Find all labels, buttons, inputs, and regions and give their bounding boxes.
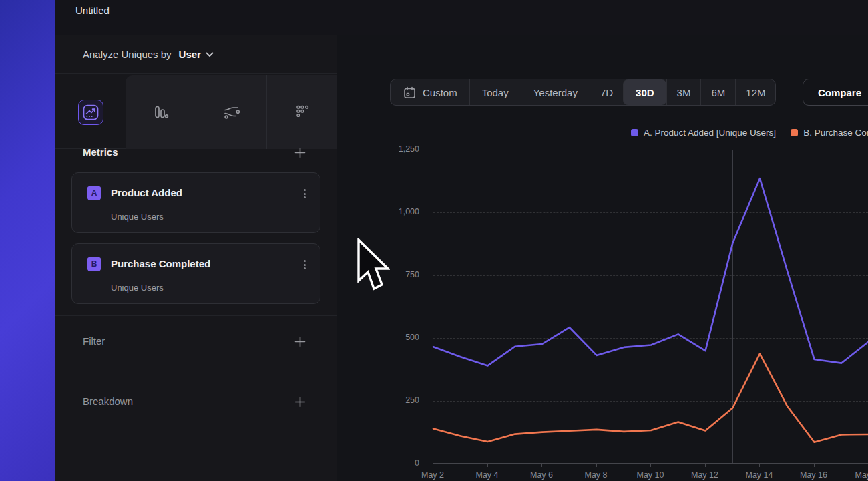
x-tick [814, 464, 815, 467]
plus-icon [294, 147, 306, 158]
metrics-section-title: Metrics [83, 146, 118, 158]
breakdown-section-title: Breakdown [83, 395, 133, 407]
x-tick [705, 464, 706, 467]
line-chart-icon [78, 100, 103, 125]
tab-panel [126, 75, 337, 149]
range-12m[interactable]: 12M [735, 79, 775, 105]
flows-icon [222, 104, 241, 121]
x-axis-label: May 18 [855, 470, 868, 480]
series-line-b [433, 354, 868, 442]
legend-item-b[interactable]: B. Purchase Completed [Unique Users] [791, 128, 868, 138]
kebab-menu-icon[interactable] [298, 188, 310, 200]
analyze-label: Analyze Uniques by [83, 49, 172, 60]
tab-retention[interactable] [266, 75, 337, 149]
x-tick [596, 464, 597, 467]
mouse-cursor [357, 238, 390, 293]
metric-badge-b: B [87, 257, 101, 271]
x-axis-label: May 4 [475, 470, 498, 480]
y-axis-label: 500 [366, 333, 419, 342]
metric-title: Purchase Completed [111, 258, 210, 269]
range-6m[interactable]: 6M [700, 79, 735, 105]
retention-grid-icon [294, 104, 311, 121]
calendar-icon [403, 86, 417, 100]
kebab-menu-icon[interactable] [298, 259, 310, 271]
range-custom[interactable]: Custom [391, 79, 469, 105]
chevron-down-icon [206, 52, 214, 57]
metric-subtitle[interactable]: Unique Users [111, 212, 164, 222]
x-tick [487, 464, 488, 467]
analyze-entity-dropdown[interactable]: User [179, 49, 214, 60]
x-tick [759, 464, 760, 467]
x-tick [650, 464, 651, 467]
x-tick [541, 464, 542, 467]
chart-legend: A. Product Added [Unique Users] B. Purch… [631, 128, 868, 138]
metric-card-a[interactable]: A Product Added Unique Users [71, 172, 320, 233]
x-axis-label: May 14 [746, 470, 773, 480]
legend-swatch-b [791, 129, 798, 136]
line-chart [433, 150, 868, 464]
y-axis-label: 1,250 [366, 144, 419, 154]
x-axis-label: May 8 [584, 470, 607, 480]
date-range-control: Custom Today Yesterday 7D 30D 3M 6M 12M [390, 79, 776, 106]
add-filter-button[interactable] [292, 333, 308, 349]
metric-card-b[interactable]: B Purchase Completed Unique Users [71, 243, 320, 304]
plus-icon [294, 396, 306, 408]
analyze-row: Analyze Uniques by User [55, 35, 337, 74]
y-axis-label: 0 [366, 458, 419, 468]
y-axis-label: 250 [366, 395, 419, 405]
x-axis-label: May 6 [530, 470, 553, 480]
add-metric-button[interactable] [292, 144, 308, 160]
chart-plot-area[interactable] [433, 150, 868, 464]
analyze-entity-value: User [179, 49, 201, 60]
y-axis-label: 1,000 [366, 207, 419, 216]
top-bar: Untitled [55, 0, 868, 35]
range-3m[interactable]: 3M [666, 79, 701, 105]
range-30d[interactable]: 30D [623, 79, 666, 105]
legend-swatch-a [631, 129, 638, 136]
metric-title: Product Added [111, 187, 182, 198]
bar-chart-icon [152, 104, 170, 121]
metric-subtitle[interactable]: Unique Users [111, 283, 164, 293]
divider [55, 315, 337, 316]
range-yesterday[interactable]: Yesterday [521, 79, 590, 105]
x-axis-label: May 10 [637, 470, 664, 480]
report-title[interactable]: Untitled [75, 5, 110, 16]
range-today[interactable]: Today [469, 79, 521, 105]
x-axis-label: May 16 [800, 470, 827, 480]
filter-section-title: Filter [83, 335, 105, 347]
tab-flows[interactable] [196, 75, 266, 149]
plus-icon [294, 336, 306, 347]
query-builder-sidebar: Analyze Uniques by User [55, 35, 337, 481]
metric-badge-a: A [87, 186, 101, 200]
add-breakdown-button[interactable] [292, 393, 308, 410]
tab-bar-chart[interactable] [126, 75, 196, 149]
divider [55, 375, 337, 375]
series-line-a [433, 178, 868, 365]
legend-item-a[interactable]: A. Product Added [Unique Users] [631, 128, 776, 138]
x-axis-label: May 12 [691, 470, 718, 480]
left-accent-strip [0, 0, 55, 481]
range-7d[interactable]: 7D [590, 79, 623, 105]
chart-type-tabs [55, 74, 337, 149]
x-axis-label: May 2 [421, 470, 444, 480]
compare-button[interactable]: Compare [803, 79, 868, 106]
x-tick [433, 464, 433, 467]
tab-insights[interactable] [55, 75, 126, 149]
